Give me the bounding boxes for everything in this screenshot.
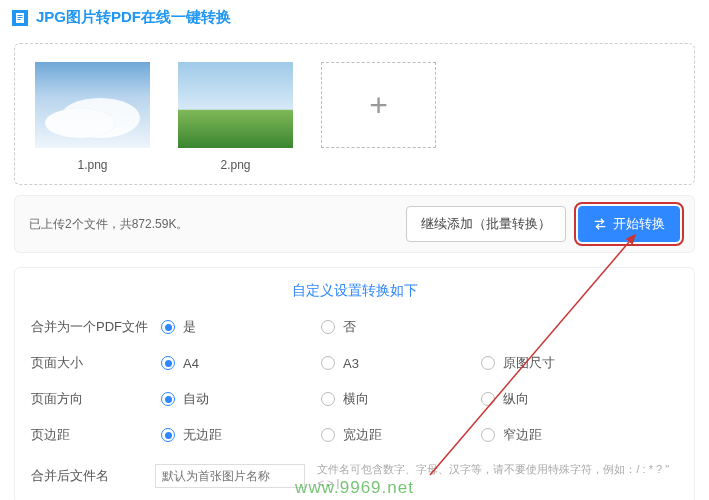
radio-icon	[161, 356, 175, 370]
radio-icon	[161, 392, 175, 406]
start-convert-button[interactable]: 开始转换	[578, 206, 680, 242]
radio-icon	[161, 320, 175, 334]
radio-icon	[321, 320, 335, 334]
upload-status: 已上传2个文件，共872.59K。	[29, 216, 188, 233]
start-convert-label: 开始转换	[613, 215, 665, 233]
orient-landscape-option[interactable]: 横向	[321, 390, 481, 408]
thumbnail-image	[35, 62, 150, 148]
upload-area: 1.png 2.png +	[14, 43, 695, 185]
page-title: JPG图片转PDF在线一键转换	[36, 8, 231, 27]
thumbnail-label: 2.png	[178, 158, 293, 172]
size-a3-option[interactable]: A3	[321, 356, 481, 371]
svg-rect-3	[18, 19, 21, 20]
radio-icon	[321, 428, 335, 442]
radio-icon	[321, 392, 335, 406]
size-original-option[interactable]: 原图尺寸	[481, 354, 641, 372]
margin-label: 页边距	[31, 426, 161, 444]
radio-icon	[321, 356, 335, 370]
orient-auto-option[interactable]: 自动	[161, 390, 321, 408]
convert-icon	[593, 217, 607, 231]
filename-label: 合并后文件名	[31, 467, 155, 485]
merge-yes-option[interactable]: 是	[161, 318, 321, 336]
settings-title: 自定义设置转换如下	[31, 282, 678, 300]
merge-label: 合并为一个PDF文件	[31, 318, 161, 336]
thumbnail-item[interactable]: 1.png	[35, 62, 150, 172]
size-label: 页面大小	[31, 354, 161, 372]
add-more-label: 继续添加（批量转换）	[421, 215, 551, 233]
margin-narrow-option[interactable]: 窄边距	[481, 426, 641, 444]
size-a4-option[interactable]: A4	[161, 356, 321, 371]
orient-portrait-option[interactable]: 纵向	[481, 390, 641, 408]
thumbnail-image	[178, 62, 293, 148]
radio-icon	[481, 392, 495, 406]
merge-no-option[interactable]: 否	[321, 318, 481, 336]
thumbnail-label: 1.png	[35, 158, 150, 172]
svg-rect-1	[18, 15, 23, 16]
orient-label: 页面方向	[31, 390, 161, 408]
document-icon	[12, 10, 28, 26]
add-more-button[interactable]: 继续添加（批量转换）	[406, 206, 566, 242]
radio-icon	[161, 428, 175, 442]
thumbnail-item[interactable]: 2.png	[178, 62, 293, 172]
radio-icon	[481, 356, 495, 370]
margin-none-option[interactable]: 无边距	[161, 426, 321, 444]
filename-hint: 文件名可包含数字、字母、汉字等，请不要使用特殊字符，例如：/ : * ? " <…	[317, 462, 678, 489]
add-file-button[interactable]: +	[321, 62, 436, 148]
margin-wide-option[interactable]: 宽边距	[321, 426, 481, 444]
filename-input[interactable]	[155, 464, 305, 488]
plus-icon: +	[369, 89, 388, 121]
radio-icon	[481, 428, 495, 442]
svg-rect-2	[18, 17, 23, 18]
